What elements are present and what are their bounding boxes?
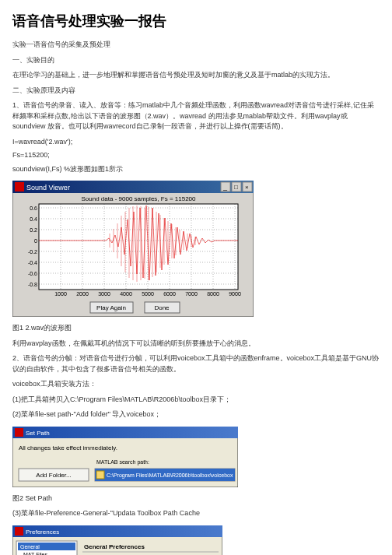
figure1-caption: 图1 2.wav的波形图 xyxy=(12,323,380,334)
section2-label: 二、实验原理及内容 xyxy=(12,86,380,97)
para-after-fig1: 利用wavplay函数，在佩戴耳机的情况下可以清晰的听到所要播放于心的消息。 xyxy=(12,339,380,350)
install-step3: (3)菜单file-Preference-General-''Updata To… xyxy=(12,508,380,519)
svg-text:6000: 6000 xyxy=(163,291,176,297)
fig2-path-label: MATLAB search path: xyxy=(96,459,149,465)
install-label: voicebox工具箱安装方法： xyxy=(12,379,380,390)
install-step2: (2)菜单file-set path-"Add folder" 导入voiceb… xyxy=(12,409,380,420)
tree-item[interactable]: MAT-Files xyxy=(23,552,47,556)
svg-text:×: × xyxy=(245,184,249,191)
svg-text:-0.8: -0.8 xyxy=(28,282,37,287)
page-title: 语音信号处理实验一报告 xyxy=(12,11,380,32)
section2-p2: 2、语音信号的分帧：对语音信号进行分帧，可以利用voicebox工具箱中的函数e… xyxy=(12,353,380,374)
tree-item[interactable]: General xyxy=(20,544,40,550)
svg-text:3000: 3000 xyxy=(98,291,110,297)
svg-text:-0.2: -0.2 xyxy=(28,249,37,255)
svg-rect-78 xyxy=(15,527,23,536)
svg-rect-2 xyxy=(15,182,24,191)
fig3-titlebar: Preferences xyxy=(26,529,59,536)
svg-text:1000: 1000 xyxy=(54,291,67,297)
svg-text:□: □ xyxy=(234,184,238,191)
done-button[interactable]: Done xyxy=(154,304,170,311)
fig2-titlebar: Set Path xyxy=(26,430,50,437)
svg-text:7000: 7000 xyxy=(185,291,198,297)
figure1-sound-viewer: Sound Viewer _ □ × Sound data - 9000 sam… xyxy=(12,181,380,317)
code-line-2: Fs=115200; xyxy=(12,150,380,161)
play-again-button[interactable]: Play Again xyxy=(96,304,126,311)
section1-body: 在理论学习的基础上，进一步地理解和掌握语音信号预处理及短时加窗的意义及基于mat… xyxy=(12,70,380,81)
figure3-preferences: Preferences General MAT-Files Confirmati… xyxy=(12,525,380,556)
svg-text:9000: 9000 xyxy=(229,291,241,297)
svg-text:0.4: 0.4 xyxy=(30,216,37,222)
fig1-chart-title: Sound data - 9000 samples, Fs = 115200 xyxy=(82,195,197,202)
fig2-path-text: C:\Program Files\MATLAB\R2006b\toolbox\v… xyxy=(107,472,233,479)
section1-label: 一、实验目的 xyxy=(12,55,380,66)
figure2-caption: 图2 Set Path xyxy=(12,494,380,504)
svg-text:0.2: 0.2 xyxy=(30,227,37,233)
svg-text:0: 0 xyxy=(34,238,37,244)
svg-rect-9 xyxy=(39,204,238,290)
section2-p1: 1、语音信号的录音、读入、放音等：练习matlab中几个音频处理函数，利用函数w… xyxy=(12,100,380,132)
svg-text:2000: 2000 xyxy=(76,291,89,297)
fig3-panel-title: General Preferences xyxy=(84,543,145,550)
svg-rect-71 xyxy=(15,428,23,437)
install-step1: (1)把工具箱拷贝入C:\Program Files\MATLAB\R2006b… xyxy=(12,395,380,406)
fig1-titlebar-text: Sound Viewer xyxy=(26,184,70,191)
code-line-3: soundview(I,Fs) %波形图如图1所示 xyxy=(12,164,380,175)
svg-text:8000: 8000 xyxy=(207,291,219,297)
add-folder-button[interactable]: Add Folder... xyxy=(36,472,71,479)
svg-text:-0.4: -0.4 xyxy=(28,260,37,265)
code-line-1: I=wavread('2.wav'); xyxy=(12,137,380,148)
svg-text:4000: 4000 xyxy=(120,291,132,297)
svg-text:-0.6: -0.6 xyxy=(28,271,37,276)
intro-line: 实验一语音信号的采集及预处理 xyxy=(12,40,380,51)
svg-text:_: _ xyxy=(222,183,228,191)
svg-text:0.6: 0.6 xyxy=(30,205,37,211)
svg-text:5000: 5000 xyxy=(142,291,154,297)
figure2-set-path: Set Path All changes take effect immedia… xyxy=(12,427,380,487)
svg-rect-75 xyxy=(96,471,104,479)
fig2-info-text: All changes take effect immediately. xyxy=(19,444,117,451)
